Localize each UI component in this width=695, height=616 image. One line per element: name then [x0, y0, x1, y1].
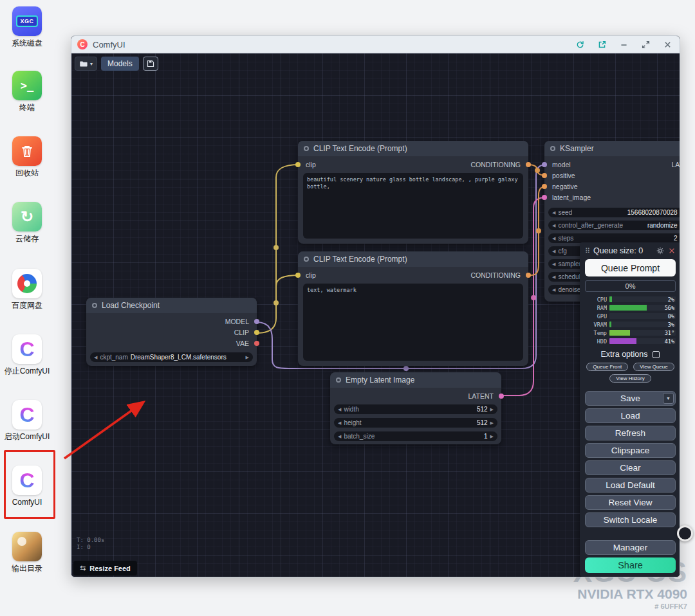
control-after-generate-widget[interactable]: ◀ control_after_generate randomize ▶: [548, 221, 680, 230]
prev-arrow-icon[interactable]: ◀: [552, 223, 555, 228]
desktop-icon-stop-comfyui[interactable]: C 停止ComfyUI: [0, 334, 54, 376]
save-workflow-button[interactable]: [143, 57, 158, 71]
widget-value: 15668020870028: [627, 209, 678, 216]
desktop-icon-terminal[interactable]: >_ 终端: [0, 71, 54, 112]
collapse-dot[interactable]: [304, 146, 309, 151]
prev-arrow-icon[interactable]: ◀: [552, 262, 555, 267]
vae-output-socket[interactable]: [254, 341, 259, 346]
next-arrow-icon[interactable]: ▶: [490, 421, 494, 426]
desktop-icon-cloud-storage[interactable]: ↻ 云储存: [0, 202, 54, 243]
prev-arrow-icon[interactable]: ◀: [552, 210, 555, 215]
view-history-button[interactable]: View History: [609, 374, 651, 383]
prev-arrow-icon[interactable]: ◀: [552, 287, 555, 293]
models-button[interactable]: Models: [101, 57, 139, 71]
switch-locale-button[interactable]: Switch Locale: [585, 512, 676, 527]
width-widget[interactable]: ◀ width 512 ▶: [334, 404, 497, 414]
node-graph-canvas[interactable]: ▾ Models Load Checkpoint MODEL: [71, 53, 680, 577]
refresh-icon[interactable]: [575, 40, 584, 49]
node-clip-text-encode-negative[interactable]: CLIP Text Encode (Prompt) clip CONDITION…: [298, 251, 528, 366]
load-button[interactable]: Load: [585, 408, 676, 423]
desktop-icon-output-dir[interactable]: 输出目录: [0, 532, 54, 573]
workflow-folder-button[interactable]: ▾: [75, 57, 97, 71]
next-arrow-icon[interactable]: ▶: [490, 434, 494, 439]
node-header[interactable]: Load Checkpoint: [86, 298, 257, 313]
manager-button[interactable]: Manager: [585, 540, 676, 555]
negative-input-socket[interactable]: [542, 184, 547, 189]
gear-icon[interactable]: [656, 247, 664, 255]
clear-button[interactable]: Clear: [585, 460, 676, 475]
collapse-dot[interactable]: [92, 303, 97, 308]
desktop-icon-system-disk[interactable]: XGC 系统磁盘: [0, 6, 54, 48]
node-header[interactable]: CLIP Text Encode (Prompt): [298, 141, 528, 156]
node-header[interactable]: KSampler: [544, 141, 680, 156]
baidu-netdisk-icon: [12, 269, 42, 298]
prev-arrow-icon[interactable]: ◀: [552, 249, 555, 254]
window-titlebar[interactable]: C ComfyUI: [71, 36, 680, 53]
refresh-button[interactable]: Refresh: [585, 426, 676, 440]
height-widget[interactable]: ◀ height 512 ▶: [334, 418, 497, 428]
model-input-socket[interactable]: [542, 162, 547, 167]
prev-arrow-icon[interactable]: ◀: [552, 275, 555, 280]
batch-size-widget[interactable]: ◀ batch_size 1 ▶: [334, 431, 497, 441]
maximize-icon[interactable]: [641, 40, 650, 49]
input-row-latent-image: latent_image: [544, 192, 680, 203]
extra-options-row: Extra options: [585, 350, 676, 359]
terminal-icon: >_: [12, 71, 42, 100]
latent-image-input-socket[interactable]: [542, 195, 547, 200]
reset-view-button[interactable]: Reset View: [585, 495, 676, 510]
menu-drag-knob[interactable]: [677, 525, 693, 541]
prev-arrow-icon[interactable]: ◀: [94, 355, 97, 360]
next-arrow-icon[interactable]: ▶: [246, 355, 249, 360]
close-icon[interactable]: [663, 40, 672, 49]
prev-arrow-icon[interactable]: ◀: [338, 407, 341, 412]
node-clip-text-encode-positive[interactable]: CLIP Text Encode (Prompt) clip CONDITION…: [298, 141, 528, 244]
view-queue-button[interactable]: View Queue: [633, 363, 674, 371]
node-empty-latent-image[interactable]: Empty Latent Image LATENT ◀ width 512 ▶: [330, 372, 501, 444]
open-external-icon[interactable]: [597, 40, 606, 49]
prev-arrow-icon[interactable]: ◀: [338, 434, 341, 439]
clip-input-socket[interactable]: [295, 162, 301, 167]
input-label: model: [552, 161, 571, 168]
collapse-dot[interactable]: [550, 146, 555, 151]
desktop-icon-recycle-bin[interactable]: 回收站: [0, 136, 54, 177]
collapse-dot[interactable]: [304, 257, 309, 262]
ckpt-name-widget[interactable]: ◀ ckpt_nam DreamShaper8_LCM.safetensors …: [90, 352, 253, 362]
node-header[interactable]: Empty Latent Image: [330, 372, 501, 388]
extra-options-checkbox[interactable]: [653, 351, 660, 358]
queue-front-button[interactable]: Queue Front: [586, 363, 628, 371]
collapse-dot[interactable]: [336, 377, 341, 383]
prompt-textarea[interactable]: beautiful scenery nature glass bottle la…: [303, 173, 523, 239]
desktop-icon-baidu-netdisk[interactable]: 百度网盘: [0, 269, 54, 310]
conditioning-output-socket[interactable]: [526, 273, 531, 278]
widget-label: cfg: [558, 248, 566, 255]
node-load-checkpoint[interactable]: Load Checkpoint MODEL CLIP VAE: [86, 298, 257, 366]
latent-output-socket[interactable]: [499, 394, 504, 399]
clipspace-button[interactable]: Clipspace: [585, 443, 676, 458]
prev-arrow-icon[interactable]: ◀: [338, 421, 341, 426]
desktop-icon-start-comfyui[interactable]: C 启动ComfyUI: [0, 400, 54, 441]
input-label: latent_image: [552, 194, 591, 201]
save-button[interactable]: Save: [585, 391, 676, 406]
prev-arrow-icon[interactable]: ◀: [552, 236, 555, 241]
clip-input-socket[interactable]: [295, 273, 301, 278]
save-dropdown-caret[interactable]: ▼: [663, 393, 674, 404]
prompt-textarea[interactable]: text, watermark: [303, 284, 523, 361]
drag-handle-icon[interactable]: ⠿: [585, 247, 590, 255]
close-icon[interactable]: [667, 247, 676, 255]
node-header[interactable]: CLIP Text Encode (Prompt): [298, 251, 528, 267]
next-arrow-icon[interactable]: ▶: [490, 407, 494, 412]
seed-widget[interactable]: ◀ seed 15668020870028 ▶: [548, 208, 680, 217]
share-button[interactable]: Share: [585, 557, 676, 573]
desktop-icon-comfyui[interactable]: C ComfyUI: [0, 466, 54, 507]
conditioning-output-socket[interactable]: [526, 162, 531, 167]
model-output-socket[interactable]: [254, 319, 259, 324]
steps-widget[interactable]: ◀ steps 2 ▶: [548, 233, 680, 243]
comfy-c-glyph: C: [19, 339, 34, 359]
queue-prompt-button[interactable]: Queue Prompt: [585, 259, 676, 276]
positive-input-socket[interactable]: [542, 173, 547, 178]
minimize-icon[interactable]: [619, 40, 628, 49]
resize-feed-button[interactable]: ⇆ Resize Feed: [73, 561, 137, 575]
clip-output-socket[interactable]: [254, 330, 259, 335]
load-default-button[interactable]: Load Default: [585, 478, 676, 493]
output-row-model: MODEL: [86, 316, 257, 327]
